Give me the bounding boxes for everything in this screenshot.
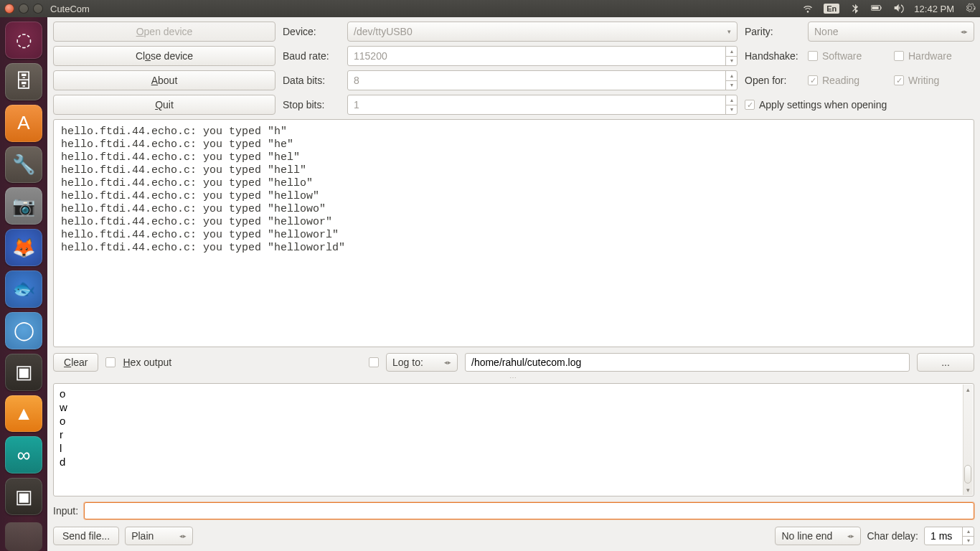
launcher-arduino[interactable]: ∞	[5, 436, 42, 474]
char-delay-spin[interactable]: 1 ms▴▾	[924, 527, 974, 545]
language-indicator[interactable]: En	[824, 4, 839, 14]
list-item[interactable]: o	[60, 387, 968, 400]
close-device-button[interactable]: Close device	[53, 46, 275, 66]
baud-label: Baud rate:	[283, 50, 340, 62]
close-icon[interactable]	[4, 4, 14, 14]
apply-settings-checkbox[interactable]: Apply settings when opening	[745, 99, 974, 110]
launcher-firefox[interactable]: 🦊	[5, 229, 42, 266]
clock[interactable]: 12:42 PM	[914, 4, 954, 14]
open-for-label: Open for:	[745, 75, 802, 86]
launcher-software-center[interactable]: A	[5, 105, 42, 142]
launcher-files[interactable]: 🗄	[5, 63, 42, 100]
about-button[interactable]: About	[53, 70, 275, 90]
data-bits-select[interactable]: 8▴▾	[347, 70, 738, 90]
browse-button[interactable]: ...	[917, 353, 974, 372]
history-list[interactable]: ▴ ▾ oworld	[53, 383, 974, 496]
log-to-checkbox[interactable]	[369, 357, 379, 367]
hex-output-checkbox[interactable]	[105, 357, 116, 367]
input-label: Input:	[53, 505, 78, 517]
scroll-up-icon[interactable]: ▴	[963, 385, 973, 395]
launcher-bluefish[interactable]: 🐟	[5, 270, 42, 308]
log-row: Clear Hex output Log to:◂▸ /home/rahul/c…	[53, 353, 974, 372]
launcher-vlc[interactable]: ▲	[5, 395, 42, 433]
battery-icon[interactable]	[871, 2, 882, 16]
list-item[interactable]: w	[60, 400, 968, 414]
list-item[interactable]: l	[60, 441, 968, 455]
line-end-select[interactable]: No line end◂▸	[775, 527, 861, 545]
quit-button[interactable]: Quit	[53, 95, 275, 115]
launcher-chromium[interactable]: ◯	[5, 312, 42, 349]
maximize-icon[interactable]	[33, 4, 43, 14]
clear-button[interactable]: Clear	[53, 353, 98, 372]
software-checkbox[interactable]: Software	[808, 50, 888, 62]
launcher-terminal-2[interactable]: ▣	[5, 478, 42, 515]
stop-bits-label: Stop bits:	[283, 99, 340, 110]
scroll-thumb[interactable]	[964, 465, 971, 484]
launcher-dash[interactable]: ◌	[5, 22, 42, 59]
window-title: CuteCom	[50, 4, 90, 14]
settings-grid: Open device Device: /dev/ttyUSB0▾ Parity…	[53, 22, 974, 115]
device-select[interactable]: /dev/ttyUSB0▾	[347, 22, 738, 42]
log-path-input[interactable]: /home/rahul/cutecom.log	[465, 353, 910, 372]
volume-icon[interactable]	[892, 2, 904, 16]
wifi-icon[interactable]	[802, 2, 814, 16]
data-bits-label: Data bits:	[283, 75, 340, 86]
launcher-settings[interactable]: 🔧	[5, 146, 42, 184]
baud-select[interactable]: 115200▴▾	[347, 46, 738, 66]
svg-rect-1	[881, 6, 882, 9]
hex-output-label: Hex output	[123, 357, 171, 368]
launcher-shotwell[interactable]: 📷	[5, 187, 42, 225]
input-row: Input:	[53, 502, 974, 519]
menubar: CuteCom En 12:42 PM	[0, 0, 980, 17]
window-controls	[4, 4, 43, 14]
parity-select[interactable]: None◂▸	[808, 22, 974, 42]
scrollbar[interactable]: ▴ ▾	[963, 385, 973, 495]
launcher-terminal[interactable]: ▣	[5, 354, 42, 391]
minimize-icon[interactable]	[19, 4, 29, 14]
list-item[interactable]: d	[60, 455, 968, 468]
handshake-label: Handshake:	[745, 50, 802, 62]
cutecom-window: Open device Device: /dev/ttyUSB0▾ Parity…	[47, 17, 980, 551]
input-field[interactable]	[84, 502, 974, 519]
log-to-select[interactable]: Log to:◂▸	[386, 353, 458, 372]
splitter-handle[interactable]: ⋯	[53, 375, 974, 380]
device-label: Device:	[283, 26, 340, 37]
hardware-checkbox[interactable]: Hardware	[894, 50, 974, 62]
writing-checkbox[interactable]: Writing	[894, 75, 974, 86]
reading-checkbox[interactable]: Reading	[808, 75, 888, 86]
bluetooth-icon[interactable]	[849, 2, 861, 16]
list-item[interactable]: r	[60, 428, 968, 441]
bottom-row: Send file... Plain◂▸ No line end◂▸ Char …	[53, 527, 974, 545]
system-tray: En 12:42 PM	[802, 2, 976, 16]
svg-rect-2	[872, 6, 879, 9]
launcher-trash[interactable]	[5, 522, 42, 551]
script-mode-select[interactable]: Plain◂▸	[125, 527, 193, 545]
send-file-button[interactable]: Send file...	[53, 527, 119, 545]
scroll-down-icon[interactable]: ▾	[963, 485, 973, 495]
parity-label: Parity:	[745, 26, 802, 37]
gear-icon[interactable]	[964, 2, 976, 16]
char-delay-label: Char delay:	[867, 530, 918, 542]
open-device-button[interactable]: Open device	[53, 22, 275, 42]
output-text[interactable]: hello.ftdi.44.echo.c: you typed "h" hell…	[53, 119, 974, 347]
unity-launcher: ◌ 🗄 A 🔧 📷 🦊 🐟 ◯ ▣ ▲ ∞ ▣	[0, 17, 47, 551]
list-item[interactable]: o	[60, 414, 968, 428]
stop-bits-select[interactable]: 1▴▾	[347, 95, 738, 115]
